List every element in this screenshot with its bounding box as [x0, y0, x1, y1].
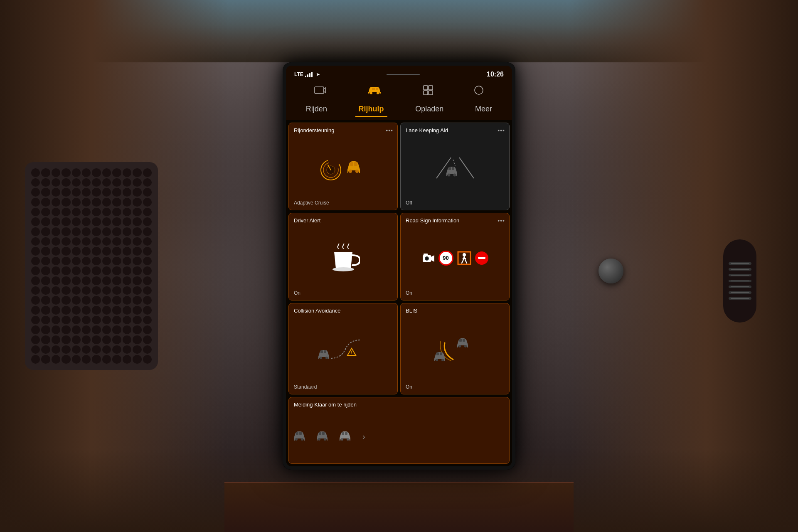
speaker-dot — [112, 237, 121, 246]
speaker-dot — [92, 208, 101, 217]
speaker-dot — [72, 266, 81, 275]
speaker-dot — [41, 188, 50, 197]
card-blis[interactable]: BLIS — [400, 303, 510, 395]
speaker-dot — [52, 296, 60, 305]
rijondersteuning-status: Adaptive Cruise — [294, 200, 392, 206]
svg-point-18 — [355, 170, 359, 173]
speaker-dot — [62, 237, 70, 246]
speaker-dot — [133, 355, 141, 364]
card-driver-alert[interactable]: Driver Alert — [288, 213, 398, 300]
vent-right — [723, 239, 756, 323]
speaker-dot — [52, 247, 60, 256]
svg-point-36 — [320, 357, 322, 359]
card-collision-avoidance[interactable]: Collision Avoidance — [288, 303, 398, 395]
speaker-dot — [123, 247, 131, 256]
speaker-dot — [123, 316, 131, 325]
svg-rect-24 — [452, 167, 454, 170]
svg-point-41 — [458, 345, 461, 347]
melding-car-3-icon — [340, 431, 358, 442]
road-sign-more-icon[interactable]: ••• — [498, 217, 505, 224]
speaker-dot — [92, 237, 101, 246]
speaker-dot — [123, 325, 131, 334]
control-knob[interactable] — [598, 259, 623, 283]
speaker-dot — [123, 335, 131, 344]
tab-opladen[interactable]: Opladen — [412, 103, 447, 115]
speaker-dot — [133, 178, 141, 187]
speaker-dot — [41, 276, 50, 285]
speaker-dot — [133, 306, 141, 315]
lane-more-icon[interactable]: ••• — [498, 127, 505, 134]
menu-nav-icon[interactable] — [474, 85, 484, 98]
car-nav-icon[interactable] — [366, 85, 383, 98]
svg-rect-35 — [324, 350, 326, 353]
speaker-dot — [62, 296, 70, 305]
grid-nav-icon[interactable] — [423, 85, 433, 98]
tab-rijden[interactable]: Rijden — [303, 103, 330, 115]
svg-marker-1 — [324, 88, 325, 93]
svg-rect-0 — [315, 87, 324, 94]
svg-rect-7 — [429, 86, 433, 90]
speaker-dot — [31, 188, 40, 197]
blis-title: BLIS — [406, 308, 504, 314]
card-rijondersteuning-title: Rijondersteuning — [294, 127, 392, 133]
svg-point-3 — [377, 92, 379, 94]
speaker-dot — [52, 355, 60, 364]
svg-point-45 — [436, 359, 438, 361]
speaker-dot — [72, 257, 81, 266]
speaker-dot — [92, 198, 101, 207]
tab-navigation: Rijden Rijhulp Opladen Meer — [286, 103, 512, 120]
speaker-dot — [112, 188, 121, 197]
svg-point-25 — [447, 173, 450, 176]
speaker-dot — [133, 345, 141, 354]
svg-rect-16 — [354, 162, 357, 166]
road-sign-status: On — [406, 290, 504, 296]
vent-fin-1 — [729, 262, 751, 265]
speaker-dot — [62, 266, 70, 275]
speaker-dot — [82, 345, 91, 354]
speaker-dot — [52, 335, 60, 344]
svg-rect-52 — [322, 432, 325, 435]
card-lane-keeping[interactable]: Lane Keeping Aid ••• — [400, 123, 510, 210]
speaker-dot — [123, 217, 131, 226]
speaker-dot — [62, 168, 70, 177]
svg-rect-8 — [424, 91, 428, 95]
speaker-dot — [133, 208, 141, 217]
speaker-dot — [82, 316, 91, 325]
svg-point-58 — [347, 438, 349, 441]
speaker-dot — [102, 198, 111, 207]
svg-rect-23 — [448, 167, 451, 170]
speaker-dot — [41, 266, 50, 275]
speaker-dot — [92, 217, 101, 226]
signal-bar-1 — [305, 76, 306, 77]
speaker-dot — [123, 296, 131, 305]
speaker-grid — [25, 162, 158, 370]
svg-rect-4 — [372, 88, 375, 90]
tab-meer[interactable]: Meer — [472, 103, 495, 115]
speaker-dot — [143, 286, 152, 295]
svg-rect-34 — [320, 350, 323, 353]
tab-rijhulp[interactable]: Rijhulp — [355, 103, 387, 115]
collision-icon-area: ! — [294, 316, 392, 384]
speaker-dot — [112, 208, 121, 217]
speaker-dot — [92, 266, 101, 275]
card-road-sign[interactable]: Road Sign Information ••• — [400, 213, 510, 300]
svg-point-17 — [349, 170, 352, 173]
speaker-dot — [102, 316, 111, 325]
speaker-dot — [31, 168, 40, 177]
svg-rect-47 — [296, 432, 298, 435]
camera-nav-icon[interactable] — [314, 86, 326, 97]
speaker-dot — [62, 286, 70, 295]
card-melding[interactable]: Melding Klaar om te rijden — [288, 397, 510, 464]
speaker-dot — [82, 257, 91, 266]
rijondersteuning-more-icon[interactable]: ••• — [386, 127, 393, 134]
speaker-dot — [112, 217, 121, 226]
speaker-dot — [31, 266, 40, 275]
lane-keeping-svg — [428, 155, 482, 180]
blis-svg — [430, 337, 480, 364]
card-rijondersteuning[interactable]: Rijondersteuning ••• — [288, 123, 398, 210]
content-grid: Rijondersteuning ••• — [286, 120, 512, 466]
speaker-dot — [143, 335, 152, 344]
speaker-dot — [31, 316, 40, 325]
lane-status: Off — [406, 200, 504, 206]
speaker-dot — [143, 355, 152, 364]
